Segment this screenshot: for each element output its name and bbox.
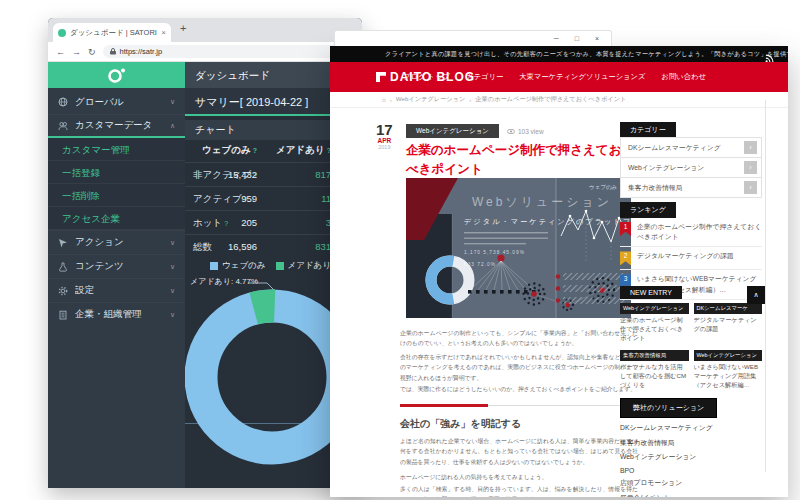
article-paragraph: ホームページに訪れる人の気持ちを考えてみましょう。	[400, 472, 638, 482]
close-button[interactable]: ×	[595, 35, 599, 42]
category-section-title: カテゴリー	[620, 122, 676, 138]
category-item[interactable]: DKシームレスマーケティング ›	[620, 137, 762, 158]
tab-title: ダッシュボード | SATORI	[70, 28, 157, 38]
satori-app-header: ダッシュボード	[48, 62, 362, 88]
forward-icon[interactable]: →	[72, 47, 81, 57]
solution-link[interactable]: 集客力改善情報局	[620, 438, 762, 448]
desktop-canvas: ダッシュボード | SATORI × + ← → ↻ https://satr.…	[0, 0, 800, 500]
back-to-top-button[interactable]: ∧	[747, 286, 765, 304]
nav-solutions[interactable]: 大東マーケティングソリューションズ	[519, 72, 645, 82]
submenu-item-customer-management[interactable]: カスタマー管理	[48, 138, 185, 161]
breadcrumb-sep-icon: ›	[469, 96, 471, 103]
article-paragraph: では、実際に作るにはどうしたらいいのか。押さえておくべきポイントをご紹介します。	[400, 384, 638, 394]
category-item[interactable]: Webインテグレーション ›	[620, 157, 762, 178]
legend-swatch	[210, 262, 218, 270]
new-entry-section-title: NEW ENTRY	[620, 286, 682, 299]
section-divider	[400, 404, 638, 407]
new-entry-grid: Webインテグレーション 企業のホームページ制作で押さえておくべきポイント DK…	[620, 303, 762, 394]
submenu-item-bulk-register[interactable]: 一括登録	[48, 161, 185, 184]
help-icon[interactable]: ?	[224, 220, 228, 227]
solution-link[interactable]: Webインテグレーション	[620, 452, 762, 462]
article-paragraph: 多くの人は「検索」する時、目的を持っています。人は、悩みを解決したり、情報を得た…	[400, 484, 638, 497]
new-tab-button[interactable]: +	[180, 22, 186, 34]
sidebar-item-org-management[interactable]: 企業・組織管理 ∨	[48, 302, 185, 326]
nav-blog-top[interactable]: ブログ トップ	[403, 72, 450, 82]
sidebar-item-label: アクション	[75, 236, 163, 249]
site-header: DAITO BLOG ブログ トップ カテゴリー 大東マーケティングソリューショ…	[330, 62, 788, 92]
sidebar-item-global[interactable]: グローバル ∨	[48, 90, 185, 114]
new-entry-card[interactable]: Webインテグレーション いまさら聞けないWEBマーケティング用語集（アクセス解…	[694, 350, 763, 394]
tab-close-icon[interactable]: ×	[161, 28, 166, 37]
view-count: 103 view	[507, 128, 544, 135]
sidebar-item-customer-data[interactable]: カスタマーデータ ∧	[48, 114, 185, 138]
column-web: ウェブのみ?	[202, 144, 257, 157]
lock-icon	[110, 48, 116, 55]
new-entry-card[interactable]: Webインテグレーション 企業のホームページ制作で押さえておくべきポイント	[620, 303, 689, 347]
chevron-right-icon[interactable]: ›	[744, 161, 757, 174]
back-icon[interactable]: ←	[56, 47, 65, 57]
article-date: 17 APR 2019	[376, 122, 393, 150]
nav-contact[interactable]: お問い合わせ	[662, 72, 706, 82]
category-list: DKシームレスマーケティング › Webインテグレーション › 集客力改善情報局…	[620, 138, 762, 198]
gear-icon	[58, 286, 68, 296]
browser-tab[interactable]: ダッシュボード | SATORI ×	[53, 23, 171, 42]
sidebar-item-label: 企業・組織管理	[75, 308, 163, 321]
column-mail: メアドあり?	[276, 144, 331, 157]
help-icon[interactable]: ?	[253, 147, 257, 154]
category-item[interactable]: 集客力改善情報局 ›	[620, 177, 762, 198]
sidebar-item-label: コンテンツ	[75, 260, 163, 273]
chart-legend: ウェブのみ メアドあり	[210, 260, 331, 272]
chevron-right-icon[interactable]: ›	[744, 181, 757, 194]
solution-link[interactable]: BPO	[620, 467, 762, 474]
solution-link[interactable]: DKシームレスマーケティング	[620, 423, 762, 433]
address-bar[interactable]: https://satr.jp	[103, 45, 354, 58]
satori-favicon	[58, 29, 66, 37]
site-nav: ブログ トップ カテゴリー 大東マーケティングソリューションズ お問い合わせ	[403, 62, 706, 92]
ranking-item[interactable]: 2 デジタルマーケティングの課題	[620, 247, 762, 270]
front-window-titlebar: ─ □ ×	[334, 30, 612, 46]
nav-category[interactable]: カテゴリー	[466, 72, 503, 82]
hero-stats: 633 72.0%	[464, 262, 496, 267]
users-icon	[58, 121, 68, 131]
chevron-right-icon[interactable]: ›	[744, 141, 757, 154]
new-entry-card[interactable]: DKシームレスマーケ デジタルマーケティングの課題	[694, 303, 763, 347]
minimize-button[interactable]: ─	[554, 35, 559, 42]
article-paragraph: 会社の存在を示すだけであればそれでいいかもしれませんが、認知向上や集客など、今後…	[400, 352, 638, 383]
satori-logo-icon	[106, 67, 128, 84]
sidebar-item-label: カスタマーデータ	[75, 119, 163, 132]
breadcrumb-category[interactable]: Webインテグレーション	[396, 95, 465, 104]
submenu-item-access-companies[interactable]: アクセス企業	[48, 207, 185, 230]
chevron-up-icon: ∧	[170, 122, 175, 130]
donut-annotation: メアドあり: 4.77%	[190, 276, 258, 287]
section-heading: 会社の「強み」を明記する	[400, 417, 521, 431]
chevron-down-icon: ∨	[170, 239, 175, 247]
globe-icon	[58, 97, 68, 107]
ranking-item[interactable]: 1 企業のホームページ制作で押さえておくべきポイント	[620, 218, 762, 247]
maximize-button[interactable]: □	[575, 35, 579, 42]
sidebar-item-action[interactable]: アクション ∨	[48, 230, 185, 254]
solutions-section-title: 弊社のソリューション	[620, 398, 717, 418]
solution-link[interactable]: 店頭プロモーション	[620, 478, 762, 488]
hero-label: ウェブのみ	[589, 184, 618, 190]
cursor-icon	[58, 238, 68, 248]
article-paragraph: よほど名の知れた企業でない場合、ホームページに訪れる人は、簡単な事業内容だけでは…	[400, 436, 638, 467]
category-badge[interactable]: Webインテグレーション	[406, 124, 499, 138]
eye-icon	[507, 129, 515, 134]
breadcrumb: ⌂ › Webインテグレーション › 企業のホームページ制作で押さえておくべきポ…	[330, 92, 788, 108]
donut-segment-web	[201, 306, 343, 448]
submenu-item-bulk-delete[interactable]: 一括削除	[48, 184, 185, 207]
article-paragraph: 企業のホームページの制作といっても、シンプルに「事業内容」と「お問い合わせ先」だ…	[400, 328, 638, 349]
home-icon[interactable]: ⌂	[382, 96, 386, 103]
solution-link[interactable]: 展示会/イベント	[620, 493, 762, 498]
breadcrumb-current: 企業のホームページ制作で押さえておくべきポイント	[475, 95, 626, 104]
sidebar-item-content[interactable]: コンテンツ ∨	[48, 254, 185, 278]
content-right-rule	[765, 100, 766, 472]
new-entry-card[interactable]: 集客力改善情報局 パーソナルな力を活用して顧客の心を掴むCMづくりを	[620, 350, 689, 394]
sidebar-item-settings[interactable]: 設定 ∨	[48, 278, 185, 302]
ranking-section-title: ランキング	[620, 202, 676, 218]
legend-swatch	[276, 262, 284, 270]
caret-up-icon: ∧	[753, 291, 758, 299]
rank-1-flag-icon: 1	[620, 222, 631, 236]
reload-icon[interactable]: ↻	[88, 47, 96, 57]
satori-logo[interactable]	[48, 62, 185, 88]
